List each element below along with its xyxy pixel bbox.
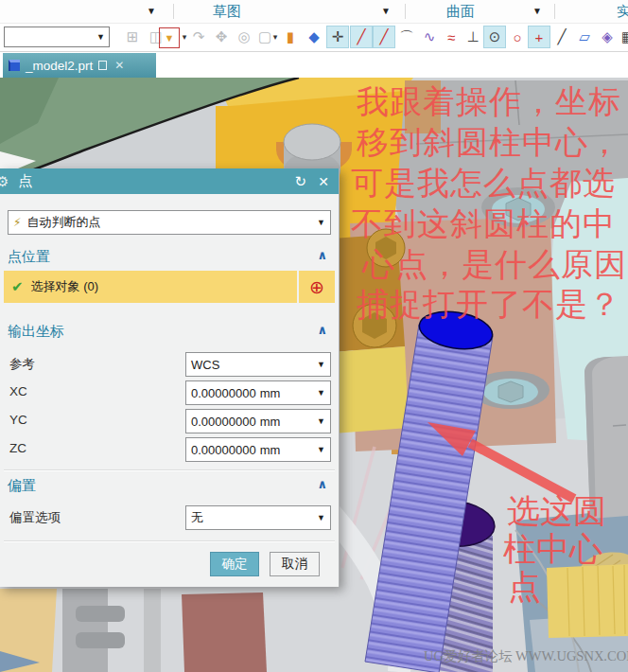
part-tab-title: _model2.prt — [26, 59, 93, 73]
separator — [554, 4, 555, 19]
gear-icon[interactable]: ⚙ — [0, 173, 9, 190]
part-tab-bar: _model2.prt ✕ — [0, 52, 628, 78]
unit-label: mm — [260, 386, 281, 400]
separator — [4, 469, 335, 471]
dropdown-caret-icon[interactable]: ▼ — [532, 6, 542, 16]
annotation-line: 移到斜圆柱中心， — [357, 122, 621, 162]
cancel-button[interactable]: 取消 — [270, 552, 320, 576]
point-dialog-icon[interactable]: ✛ — [326, 26, 349, 48]
select-object-row[interactable]: ✔ 选择对象 (0) — [4, 271, 297, 303]
annotation-pointer-line: 选这圆 — [507, 492, 606, 530]
point-icon[interactable]: + — [528, 26, 550, 48]
circular-pattern-icon[interactable]: ◎ — [233, 26, 255, 48]
group-label-surface[interactable]: 曲面 — [446, 3, 475, 21]
unit-label: mm — [260, 415, 281, 429]
maroon-block[interactable] — [182, 592, 267, 672]
dropdown-caret-icon: ▼ — [317, 360, 325, 369]
annotation-line: 不到这斜圆柱的中 — [351, 203, 616, 243]
yellow-hatched-block[interactable] — [547, 564, 628, 638]
yc-field[interactable]: 0.00000000 mm ▼ — [185, 409, 331, 433]
section-offset[interactable]: 偏置 — [8, 477, 36, 495]
grid-icon[interactable]: ▦ — [617, 26, 628, 48]
select-object-label: 选择对象 (0) — [31, 278, 99, 295]
point-type-dropdown[interactable]: ⚡ 自动判断的点 ▼ — [8, 210, 331, 235]
circle-icon[interactable]: ⊙ — [483, 26, 506, 48]
section-output-coordinates[interactable]: 输出坐标 — [8, 323, 64, 341]
separator — [4, 540, 335, 542]
reference-label: 参考 — [9, 356, 35, 373]
dropdown-caret-icon: ▼ — [317, 388, 325, 398]
yc-label: YC — [9, 413, 27, 427]
arc-icon[interactable]: ⌒ — [395, 26, 418, 48]
dropdown-caret-icon: ▼ — [317, 416, 325, 426]
unit-label: mm — [260, 443, 281, 457]
collapse-chevron-icon[interactable]: ∧ — [317, 477, 327, 491]
ribbon-group-bar: ▼ 草图 ▼ 曲面 ▼ 实 — [0, 0, 628, 24]
annotation-line: 我跟着操作，坐标 — [357, 81, 621, 121]
separator — [405, 4, 406, 19]
move-object-icon[interactable]: ✥ — [210, 26, 233, 48]
filter-icon[interactable]: ▼ — [159, 27, 180, 48]
dialog-title: 点 — [18, 172, 32, 190]
collapse-chevron-icon[interactable]: ∧ — [317, 248, 327, 262]
xc-label: XC — [9, 384, 27, 398]
line3-icon[interactable]: ╱ — [550, 26, 573, 48]
gray-pillar[interactable] — [62, 589, 108, 672]
collapse-chevron-icon[interactable]: ∧ — [317, 323, 327, 337]
point-on-curve-icon[interactable]: ⊥ — [462, 26, 484, 48]
zc-label: ZC — [9, 441, 26, 455]
ellipse-icon[interactable]: ○ — [506, 26, 529, 48]
point-constructor-button[interactable]: ⊕ — [299, 271, 335, 303]
toolbar: ▼ ⊞ ◫ ▼ ▾ ↷ ✥ ◎ ▢ ▾ ▮ ◆ ✛ ╱ ╱ ⌒ ∿ ≈ ⊥ ⊙ … — [0, 24, 628, 52]
crosshair-icon: ⊕ — [309, 276, 324, 298]
pattern-icon[interactable]: ⊞ — [121, 26, 144, 48]
annotation-line: 捕捉打开了不是？ — [357, 284, 621, 324]
reset-icon[interactable]: ↻ — [294, 173, 306, 190]
part-tab[interactable]: _model2.prt ✕ — [3, 53, 156, 78]
offset-option-dropdown[interactable]: 无 ▼ — [185, 505, 331, 530]
offset-option-label: 偏置选项 — [9, 509, 61, 526]
selection-scope-combo[interactable]: ▼ — [4, 27, 110, 47]
dropdown-caret-icon: ▼ — [317, 218, 325, 227]
rotate-icon[interactable]: ↷ — [187, 26, 210, 48]
section-point-location[interactable]: 点位置 — [8, 248, 50, 266]
close-dialog-icon[interactable]: ✕ — [318, 174, 329, 189]
line2-icon[interactable]: ╱ — [373, 26, 395, 48]
dropdown-caret-icon: ▼ — [317, 445, 325, 454]
zc-field[interactable]: 0.00000000 mm ▼ — [185, 437, 331, 462]
yellow-lower-block[interactable] — [333, 346, 409, 433]
group-label-sketch[interactable]: 草图 — [213, 3, 241, 21]
gray-tab[interactable] — [76, 606, 125, 622]
reference-dropdown[interactable]: WCS ▼ — [185, 352, 331, 377]
forum-watermark: UG爱好者论坛 WWW.UGSNX.COM — [424, 647, 628, 665]
part-cube-icon — [9, 60, 20, 71]
ok-button[interactable]: 确定 — [210, 552, 259, 576]
xc-field[interactable]: 0.00000000 mm ▼ — [185, 380, 331, 405]
dropdown-caret-icon: ▼ — [317, 513, 325, 522]
inferred-point-icon: ⚡ — [13, 216, 21, 229]
nx-application-window: ▼ 草图 ▼ 曲面 ▼ 实 ▼ ⊞ ◫ ▼ ▾ ↷ ✥ ◎ ▢ ▾ ▮ ◆ ✛ … — [0, 0, 628, 672]
modified-indicator-icon — [98, 61, 107, 70]
annotation-pointer-line: 柱中心 — [503, 530, 602, 568]
separator — [173, 4, 174, 19]
group-label-partial[interactable]: 实 — [617, 3, 628, 21]
close-tab-icon[interactable]: ✕ — [114, 59, 124, 72]
dropdown-caret-icon[interactable]: ▼ — [381, 6, 391, 16]
sheet-surface-icon[interactable]: ▱ — [573, 26, 596, 48]
studio-spline-icon[interactable]: ∿ — [418, 26, 441, 48]
point-dialog: ⚙ 点 ↻ ✕ ⚡ 自动判断的点 ▼ 点位置 ∧ ✔ 选择对象 (0) ⊕ 输出… — [0, 168, 340, 587]
dialog-titlebar[interactable]: ⚙ 点 ↻ ✕ — [0, 168, 339, 194]
cube-icon[interactable]: ◆ — [303, 26, 325, 48]
dropdown-caret-icon: ▼ — [96, 32, 105, 42]
dropdown-caret-icon[interactable]: ▼ — [147, 6, 156, 16]
check-icon: ✔ — [11, 278, 24, 295]
gray-tab2[interactable] — [76, 632, 125, 648]
dynamo-icon[interactable]: ▮ — [279, 26, 302, 48]
annotation-line: 心点，是什么原因 — [362, 244, 627, 284]
annotation-pointer-line: 点 — [508, 568, 541, 606]
mesh-surface-icon[interactable]: ◈ — [596, 26, 619, 48]
annotation-line: 可是我怎么点都选 — [351, 163, 616, 203]
fit-curve-icon[interactable]: ≈ — [440, 26, 462, 48]
line-icon[interactable]: ╱ — [350, 26, 373, 48]
